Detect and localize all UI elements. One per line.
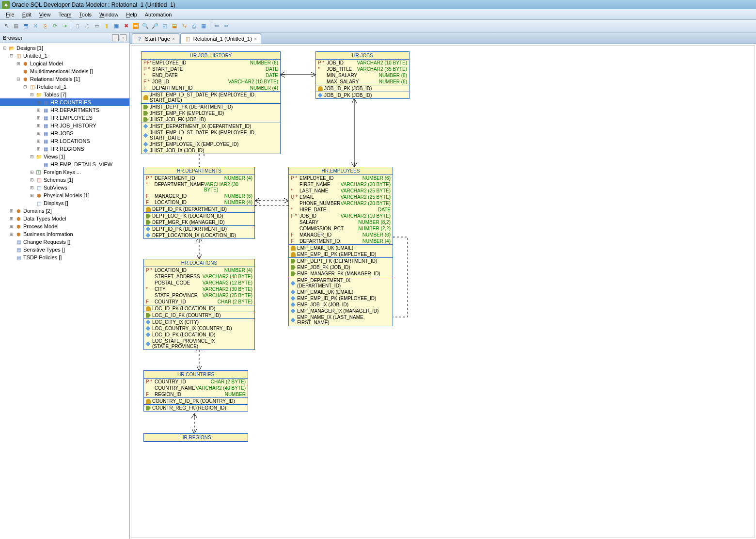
tab-start-page[interactable]: ? Start Page × [132,33,179,44]
column-row[interactable]: FDEPARTMENT_IDNUMBER (4) [289,238,393,244]
fks-row[interactable]: COUNTR_REG_FK (REGION_ID) [144,405,248,411]
tb-delete-icon[interactable]: ✖ [122,22,130,31]
column-row[interactable]: FMANAGER_IDNUMBER (6) [144,193,254,199]
fks-row[interactable]: EMP_JOB_FK (JOB_ID) [289,264,393,270]
column-row[interactable]: MAX_SALARYNUMBER (6) [316,79,409,85]
fks-row[interactable]: DEPT_LOC_FK (LOCATION_ID) [144,213,254,219]
tree-table-employees[interactable]: ⊞▦HR.EMPLOYEES [0,114,129,122]
tree-untitled[interactable]: ⊟◫Untitled_1 [0,52,129,60]
tb-relation-icon[interactable]: ⤭ [31,22,40,31]
column-row[interactable]: *JOB_TITLEVARCHAR2 (35 BYTE) [316,66,409,72]
tb-open-icon[interactable]: ▣ [112,22,121,31]
tb-next-icon[interactable]: ⇨ [222,22,231,31]
idx-row[interactable]: JHIST_EMP_ID_ST_DATE_PK (EMPLOYEE_ID, ST… [142,129,280,141]
menu-view[interactable]: View [35,11,55,18]
entity-departments[interactable]: HR.DEPARTMENTSP *DEPARTMENT_IDNUMBER (4)… [143,167,255,239]
tb-zoom-in-icon[interactable]: 🔍 [141,22,150,31]
diagram-canvas[interactable]: HR.JOB_HISTORYPF*EMPLOYEE_IDNUMBER (6)P … [131,45,755,538]
fks-row[interactable]: EMP_MANAGER_FK (MANAGER_ID) [289,270,393,277]
column-row[interactable]: *CITYVARCHAR2 (30 BYTE) [144,286,254,292]
tb-rect-icon[interactable]: ▭ [93,22,101,31]
tree-logical[interactable]: ⊞⬢Logical Model [0,60,129,67]
pk-row[interactable]: JHIST_EMP_ID_ST_DATE_PK (EMPLOYEE_ID, ST… [142,92,280,103]
tree-domains[interactable]: ⊞⬢Domains [2] [0,207,129,215]
tb-back-icon[interactable]: ⇦ [212,22,221,31]
tree-tables[interactable]: ⊟📁Tables [7] [0,91,129,98]
tb-grid-icon[interactable]: ▦ [12,22,20,31]
idx-row[interactable]: EMP_EMP_ID_PK (EMPLOYEE_ID) [289,295,393,301]
column-row[interactable]: P *START_DATEDATE [142,66,280,72]
tree-relational1[interactable]: ⊟◫Relational_1 [0,83,129,91]
tree-tsdp[interactable]: ▤TSDP Policies [] [0,254,129,261]
tree-physical[interactable]: ⊞⬢Physical Models [1] [0,191,129,199]
fks-row[interactable]: LOC_C_ID_FK (COUNTRY_ID) [144,312,254,318]
idx-row[interactable]: LOC_ID_PK (LOCATION_ID) [144,332,254,338]
browser-minimize-icon[interactable]: – [112,34,119,41]
column-row[interactable]: P *EMPLOYEE_IDNUMBER (6) [289,175,393,181]
column-row[interactable]: FMANAGER_IDNUMBER (6) [289,232,393,238]
column-row[interactable]: FDEPARTMENT_IDNUMBER (4) [142,85,280,91]
menu-file[interactable]: File [2,11,18,18]
idx-row[interactable]: JHIST_JOB_IX (JOB_ID) [142,147,280,154]
tree-displays[interactable]: ◫Displays [] [0,199,129,207]
pk-row[interactable]: EMP_EMAIL_UK (EMAIL) [289,245,393,251]
fks-row[interactable]: JHIST_EMP_FK (EMPLOYEE_ID) [142,110,280,116]
browser-tree[interactable]: ⊟📂Designs [1] ⊟◫Untitled_1 ⊞⬢Logical Mod… [0,43,129,539]
column-row[interactable]: F *JOB_IDVARCHAR2 (10 BYTE) [289,213,393,219]
tb-page-icon[interactable]: ▯ [73,22,82,31]
menu-help[interactable]: Help [122,11,141,18]
menu-automation[interactable]: Automation [141,11,176,18]
column-row[interactable]: U *EMAILVARCHAR2 (25 BYTE) [289,194,393,200]
tb-sync-icon[interactable]: ⇆ [180,22,189,31]
tree-change-req[interactable]: ▤Change Requests [] [0,238,129,246]
idx-row[interactable]: LOC_CITY_IX (CITY) [144,319,254,325]
tb-rewind-icon[interactable]: ⏪ [131,22,140,31]
idx-row[interactable]: EMP_EMAIL_UK (EMAIL) [289,289,393,295]
tree-process[interactable]: ⊞⬢Process Model [0,222,129,230]
idx-row[interactable]: LOC_COUNTRY_IX (COUNTRY_ID) [144,325,254,332]
tb-new-icon[interactable]: ▮ [102,22,111,31]
column-row[interactable]: P *JOB_IDVARCHAR2 (10 BYTE) [316,60,409,66]
tb-refresh-icon[interactable]: ⟳ [50,22,59,31]
tb-cursor-icon[interactable]: ↖ [2,22,11,31]
fks-row[interactable]: JHIST_DEPT_FK (DEPARTMENT_ID) [142,104,280,110]
column-row[interactable]: *LAST_NAMEVARCHAR2 (25 BYTE) [289,188,393,194]
tree-business[interactable]: ⊞⬢Business Information [0,230,129,238]
column-row[interactable]: POSTAL_CODEVARCHAR2 (12 BYTE) [144,280,254,286]
pk-row[interactable]: DEPT_ID_PK (DEPARTMENT_ID) [144,206,254,212]
tree-subviews[interactable]: ⊞◫SubViews [0,184,129,191]
tree-table-departments[interactable]: ⊞▦HR.DEPARTMENTS [0,106,129,114]
column-row[interactable]: P *COUNTRY_IDCHAR (2 BYTE) [144,379,248,385]
tab-relational[interactable]: ◫ Relational_1 (Untitled_1) × [180,33,261,44]
entity-job_history[interactable]: HR.JOB_HISTORYPF*EMPLOYEE_IDNUMBER (6)P … [141,51,281,154]
fks-row[interactable]: DEPT_MGR_FK (MANAGER_ID) [144,219,254,225]
entity-regions[interactable]: HR.REGIONS [143,433,248,442]
close-icon[interactable]: × [254,36,257,42]
tb-forward-icon[interactable]: ➔ [60,22,69,31]
tb-zoom-out-icon[interactable]: 🔎 [151,22,159,31]
tree-data-types[interactable]: ⊞⬢Data Types Model [0,215,129,222]
menu-tools[interactable]: Tools [75,11,95,18]
column-row[interactable]: F *JOB_IDVARCHAR2 (10 BYTE) [142,79,280,85]
menu-edit[interactable]: Edit [18,11,35,18]
entity-employees[interactable]: HR.EMPLOYEESP *EMPLOYEE_IDNUMBER (6)FIRS… [288,167,393,326]
idx-row[interactable]: JOB_ID_PK (JOB_ID) [316,92,409,98]
tb-settings-icon[interactable]: ▦ [199,22,208,31]
tree-views[interactable]: ⊟📁Views [1] [0,153,129,160]
idx-row[interactable]: EMP_DEPARTMENT_IX (DEPARTMENT_ID) [289,277,393,289]
tree-multidim[interactable]: ⬢Multidimensional Models [] [0,67,129,75]
idx-row[interactable]: JHIST_EMPLOYEE_IX (EMPLOYEE_ID) [142,141,280,147]
tree-designs[interactable]: ⊟📂Designs [1] [0,44,129,52]
fks-row[interactable]: EMP_DEPT_FK (DEPARTMENT_ID) [289,258,393,264]
pk-row[interactable]: LOC_ID_PK (LOCATION_ID) [144,305,254,312]
entity-locations[interactable]: HR.LOCATIONSP *LOCATION_IDNUMBER (4)STRE… [143,259,255,350]
menu-team[interactable]: Team [54,11,75,18]
tree-table-job-history[interactable]: ⊞▦HR.JOB_HISTORY [0,122,129,129]
tb-fit-icon[interactable]: ◱ [160,22,169,31]
column-row[interactable]: *END_DATEDATE [142,72,280,79]
column-row[interactable]: MIN_SALARYNUMBER (6) [316,72,409,79]
tree-view-emp[interactable]: ▦HR.EMP_DETAILS_VIEW [0,160,129,168]
tree-table-locations[interactable]: ⊞▦HR.LOCATIONS [0,137,129,145]
tree-sensitive[interactable]: ▤Sensitive Types [] [0,246,129,254]
fks-row[interactable]: JHIST_JOB_FK (JOB_ID) [142,116,280,123]
